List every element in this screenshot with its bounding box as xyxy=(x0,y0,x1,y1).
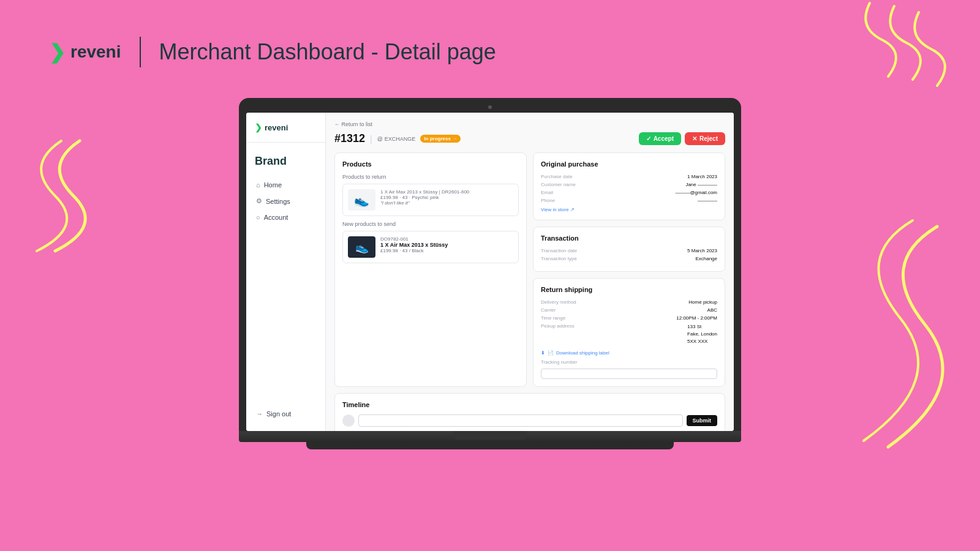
send-section-label: New products to send xyxy=(342,221,519,227)
sidebar-logo-text: reveni xyxy=(265,123,288,132)
sidebar-nav: ⌂ Home ⚙ Settings ○ Account xyxy=(246,178,325,407)
timeline-comment-input[interactable] xyxy=(358,414,683,427)
header-divider-bar: | xyxy=(370,134,372,144)
email-label: Email xyxy=(541,190,590,195)
transaction-date-label: Transaction date xyxy=(541,248,590,253)
laptop-stand xyxy=(453,431,527,440)
time-range-value: 12:00PM - 2:00PM xyxy=(590,315,717,321)
original-purchase-card: Original purchase Purchase date 1 March … xyxy=(533,152,725,220)
sidebar-item-home[interactable]: ⌂ Home xyxy=(251,178,320,192)
timeline-submit-button[interactable]: Submit xyxy=(687,415,718,426)
return-product-sku: 1 X Air Max 2013 x Stüssy | DR2601-600 xyxy=(380,189,513,195)
header-divider xyxy=(140,37,141,67)
top-header: ❯ reveni Merchant Dashboard - Detail pag… xyxy=(49,37,496,67)
transaction-card-title: Transaction xyxy=(541,234,717,242)
timeline-title: Timeline xyxy=(342,401,717,408)
time-range-label: Time range xyxy=(541,315,590,321)
return-product-reason: "I don't like it" xyxy=(380,200,513,206)
right-column: Original purchase Purchase date 1 March … xyxy=(533,152,725,387)
tracking-number-label: Tracking number xyxy=(541,359,717,365)
exchange-type: EXCHANGE xyxy=(385,136,416,142)
sidebar-item-signout-label: Sign out xyxy=(266,410,291,418)
return-shipping-title: Return shipping xyxy=(541,286,717,293)
delivery-method-label: Delivery method xyxy=(541,299,590,305)
return-section-label: Products to return xyxy=(342,174,519,180)
page-header: #1312 | @ EXCHANGE In progress → ✓ Accep… xyxy=(334,132,725,145)
dashboard-title: Merchant Dashboard - Detail page xyxy=(159,39,496,65)
transaction-type-value: Exchange xyxy=(590,256,717,261)
phone-label: Phone xyxy=(541,198,590,203)
customer-name-value: Jane ———— xyxy=(590,182,717,187)
email-value: ———@gmail.com xyxy=(590,190,717,195)
time-range-row: Time range 12:00PM - 2:00PM xyxy=(541,315,717,321)
transaction-date-row: Transaction date 5 March 2023 xyxy=(541,248,717,253)
at-icon: @ xyxy=(377,136,383,142)
header-actions: ✓ Accept ✕ Reject xyxy=(639,132,725,145)
carrier-row: Carrier ABC xyxy=(541,307,717,313)
settings-icon: ⚙ xyxy=(256,197,262,205)
send-product-meta: £199.98 · 43 / Black xyxy=(380,248,513,253)
tracking-number-input[interactable] xyxy=(541,369,717,379)
main-content: ← Return to list #1312 | @ EXCHANGE In p… xyxy=(326,113,734,431)
phone-row: Phone ———— xyxy=(541,198,717,203)
view-in-store-link[interactable]: View in store ↗ xyxy=(541,207,717,212)
download-shipping-label-link[interactable]: ⬇ 📄 Download shipping label xyxy=(541,350,717,356)
sidebar-item-settings[interactable]: ⚙ Settings xyxy=(251,193,320,209)
account-icon: ○ xyxy=(256,214,260,221)
breadcrumb[interactable]: ← Return to list xyxy=(334,121,725,127)
send-product-item: 👟 DO9782-001 1 X Air Max 2013 x Stüssy £… xyxy=(342,231,519,263)
sidebar-logo: ❯ reveni xyxy=(246,122,325,143)
return-shipping-card: Return shipping Delivery method Home pic… xyxy=(533,278,725,387)
logo-text: reveni xyxy=(70,42,121,62)
home-icon: ⌂ xyxy=(256,181,260,189)
transaction-card: Transaction Transaction date 5 March 202… xyxy=(533,227,725,272)
delivery-method-value: Home pickup xyxy=(590,299,717,305)
send-product-sku: DO9782-001 xyxy=(380,236,513,242)
page-header-left: #1312 | @ EXCHANGE In progress → xyxy=(334,132,461,145)
order-id: #1312 xyxy=(334,132,365,145)
original-purchase-title: Original purchase xyxy=(541,160,717,168)
return-product-item: 👟 1 X Air Max 2013 x Stüssy | DR2601-600 xyxy=(342,184,519,216)
sidebar-logo-chevron-icon: ❯ xyxy=(255,122,262,132)
send-product-image: 👟 xyxy=(348,236,375,258)
logo-chevron-icon: ❯ xyxy=(49,40,66,64)
return-product-image: 👟 xyxy=(348,189,375,211)
content-grid: Products Products to return 👟 1 X Air Ma… xyxy=(334,152,725,387)
sidebar-item-account-label: Account xyxy=(264,214,288,221)
delivery-method-row: Delivery method Home pickup xyxy=(541,299,717,305)
check-icon: ✓ xyxy=(646,135,651,142)
laptop-camera xyxy=(488,105,492,109)
transaction-type-label: Transaction type xyxy=(541,256,590,261)
x-icon: ✕ xyxy=(692,135,697,142)
transaction-type-row: Transaction type Exchange xyxy=(541,256,717,261)
signout-icon: → xyxy=(256,410,263,418)
laptop-bezel: ❯ reveni Brand ⌂ Home ⚙ Settings ○ Ac xyxy=(239,98,741,431)
accept-button[interactable]: ✓ Accept xyxy=(639,132,681,145)
send-product-name: 1 X Air Max 2013 x Stüssy xyxy=(380,242,513,248)
carrier-label: Carrier xyxy=(541,307,590,313)
timeline-input-row: Submit xyxy=(342,414,717,427)
email-row: Email ———@gmail.com xyxy=(541,190,717,195)
sidebar: ❯ reveni Brand ⌂ Home ⚙ Settings ○ Ac xyxy=(246,113,326,431)
laptop-base xyxy=(239,431,741,442)
customer-name-label: Customer name xyxy=(541,182,590,187)
reject-button[interactable]: ✕ Reject xyxy=(685,132,725,145)
sidebar-item-account[interactable]: ○ Account xyxy=(251,210,320,225)
pickup-address-label: Pickup address xyxy=(541,323,590,345)
carrier-value: ABC xyxy=(590,307,717,313)
purchase-date-row: Purchase date 1 March 2023 xyxy=(541,174,717,179)
exchange-label: @ EXCHANGE xyxy=(377,136,416,142)
laptop-foot xyxy=(306,442,674,449)
products-card: Products Products to return 👟 1 X Air Ma… xyxy=(334,152,527,387)
timeline-avatar xyxy=(342,414,355,427)
status-badge: In progress → xyxy=(420,135,461,143)
timeline-card: Timeline Submit THU 1 MAR 2023 00:01 ⟳ R… xyxy=(334,393,725,431)
external-link-icon: ↗ xyxy=(570,207,575,212)
transaction-date-value: 5 March 2023 xyxy=(590,248,717,253)
sidebar-item-signout[interactable]: → Sign out xyxy=(251,407,320,421)
laptop-screen: ❯ reveni Brand ⌂ Home ⚙ Settings ○ Ac xyxy=(246,113,734,431)
sidebar-signout: → Sign out xyxy=(246,407,325,421)
laptop: ❯ reveni Brand ⌂ Home ⚙ Settings ○ Ac xyxy=(239,98,741,449)
file-icon: 📄 xyxy=(548,350,554,356)
products-card-title: Products xyxy=(342,160,519,168)
